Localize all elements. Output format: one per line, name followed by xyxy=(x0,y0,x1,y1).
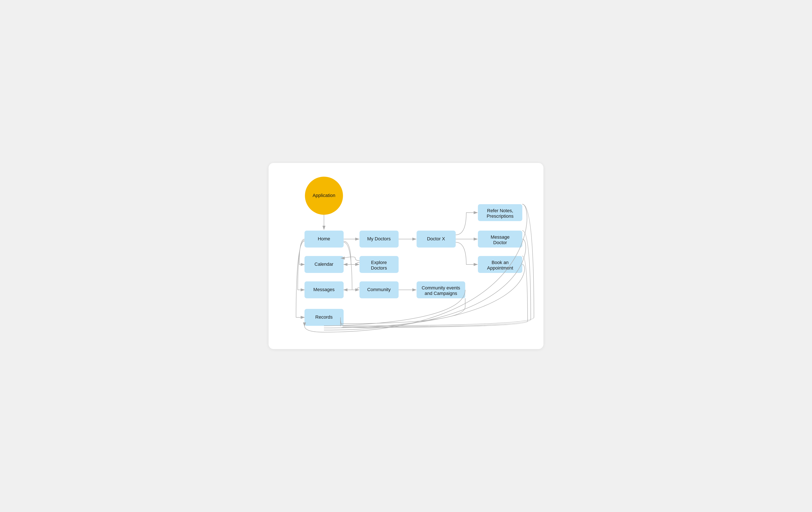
book-appointment-label: Book an xyxy=(492,260,509,265)
community-events-label: Community events xyxy=(422,285,460,290)
explore-doctors-label: Explore xyxy=(371,260,387,265)
messages-label: Messages xyxy=(313,287,335,292)
arrow-exploredoctors-to-calendar xyxy=(344,262,359,264)
back-path-community xyxy=(341,298,465,324)
home-to-messages-curve xyxy=(298,240,304,290)
home-label: Home xyxy=(318,236,330,241)
diagram-card: Application Home Calendar Messages Recor… xyxy=(268,163,544,349)
arrow-doctorx-bookappointment xyxy=(456,242,477,264)
my-doctors-label: My Doctors xyxy=(367,236,390,241)
community-events-label2: and Campaigns xyxy=(425,291,457,296)
message-doctor-label: Message xyxy=(491,234,510,240)
arrow-home-exploredoctors xyxy=(344,241,359,264)
records-label: Records xyxy=(315,314,332,320)
calendar-label: Calendar xyxy=(314,261,333,267)
explore-doctors-label2: Doctors xyxy=(371,265,387,271)
refer-notes-label2: Prescriptions xyxy=(487,214,514,219)
refer-notes-label: Refer Notes, xyxy=(487,208,513,213)
home-to-records-curve xyxy=(296,241,304,317)
arrow-community-to-messages xyxy=(344,288,359,290)
arrow-doctorx-refernotes xyxy=(456,212,477,235)
community-label: Community xyxy=(367,287,390,292)
message-doctor-label2: Doctor xyxy=(493,240,507,245)
doctor-x-label: Doctor X xyxy=(427,236,445,241)
arrow-exploredoctors-calendar xyxy=(341,257,359,261)
arrow-home-community xyxy=(344,242,359,290)
application-label: Application xyxy=(313,193,336,198)
